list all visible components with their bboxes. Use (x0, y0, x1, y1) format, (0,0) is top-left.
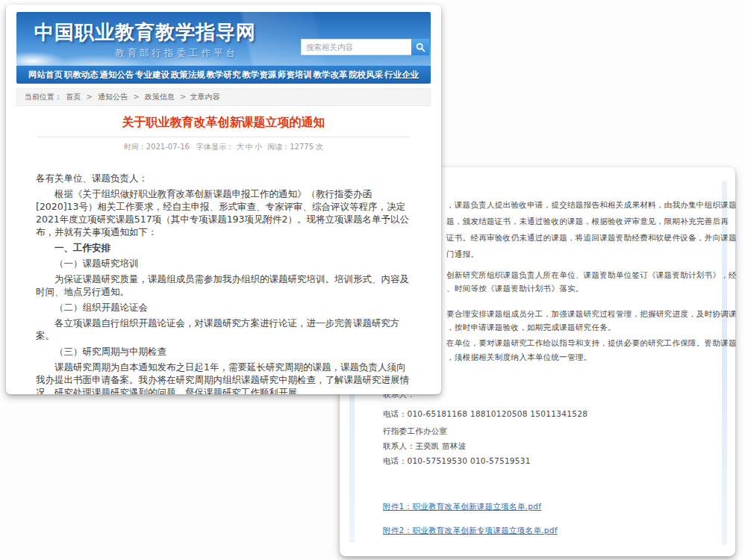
search-input[interactable] (301, 39, 411, 55)
breadcrumb-separator: > (86, 93, 92, 101)
page2-text-fragment: 在单位，要对课题研究工作给以指导和支持，提供必要的研究工作保障。资助课题 (446, 338, 737, 349)
attachment-link-2[interactable]: 附件2：职业教育改革创新专项课题立项名单.pdf (383, 526, 558, 536)
nav-item-training[interactable]: 师资培训 (278, 69, 312, 81)
article-meta: 时间：2021-07-16 字体显示：大中小 阅读：12775 次 (36, 142, 411, 152)
breadcrumb: 当前位置： 首页 > 通知公告 > 政策信息 > 文章内容 (16, 88, 431, 106)
article: 关于职业教育改革创新课题立项的通知 时间：2021-07-16 字体显示：大中小… (16, 115, 431, 394)
site-title: 中国职业教育教学指导网 (34, 19, 256, 46)
page2-text-fragment: ，课题负责人提出验收申请，提交结题报告和相关成果材料，由我办集中组织课题 (446, 200, 737, 211)
page2-text-fragment: ，须根据相关制度纳入本单位统一管理。 (446, 352, 591, 363)
page2-text-fragment: ，按时申请课题验收，如期完成课题研究任务。 (446, 323, 616, 333)
salutation-line: 各有关单位、课题负责人： (36, 172, 411, 184)
breadcrumb-notices[interactable]: 通知公告 (98, 93, 128, 101)
nav-item-schools[interactable]: 院校风采 (349, 69, 383, 81)
search-icon (416, 43, 426, 52)
breadcrumb-separator: > (133, 93, 139, 101)
nav-item-research[interactable]: 教学研究 (206, 69, 240, 81)
search-button[interactable] (411, 39, 429, 55)
meta-font-label: 字体显示： (196, 143, 234, 151)
main-nav: 网站首页 职教动态 通知公告 专业建设 政策法规 教学研究 教学资源 师资培训 … (16, 66, 431, 84)
breadcrumb-label: 当前位置： (25, 93, 62, 101)
attachment-link-1[interactable]: 附件1：职业教育改革创新课题立项名单.pdf (383, 502, 541, 512)
site-banner: 中国职业教育教学指导网 教育部行指委工作平台 (16, 12, 431, 66)
breadcrumb-home[interactable]: 首页 (66, 93, 81, 101)
search-bar (301, 39, 429, 55)
subsection-heading-2: （二）组织开题论证会 (36, 301, 411, 314)
subsection-heading-3: （三）研究周期与中期检查 (36, 345, 411, 358)
nav-item-policy[interactable]: 政策法规 (171, 69, 205, 81)
breadcrumb-current: 文章内容 (190, 93, 219, 101)
page2-text-fragment: 、时间等按《课题资助计划书》落实。 (446, 284, 584, 294)
font-size-large[interactable]: 大 (237, 143, 244, 151)
contact-phone-line: 电话：010-65181168 18810120508 15011341528 (383, 409, 587, 420)
kickoff-paragraph: 各立项课题自行组织开题论证会，对课题研究方案进行论证，进一步完善课题研究方案。 (36, 317, 411, 342)
nav-item-notices[interactable]: 通知公告 (99, 69, 134, 81)
subsection-heading-1: （一）课题研究培训 (36, 257, 411, 270)
font-size-medium[interactable]: 中 (246, 143, 253, 151)
cycle-paragraph: 课题研究周期为自本通知发布之日起1年，需要延长研究周期的课题，课题负责人须向我办… (36, 361, 411, 394)
page2-text-fragment: 要合理安排课题组成员分工，加强课题研究过程管理，把握研究进度，及时协调课 (446, 309, 737, 320)
page2-text-fragment: 门通报。 (446, 249, 479, 260)
nav-item-home[interactable]: 网站首页 (28, 69, 63, 81)
page1-screenshot: 中国职业教育教学指导网 教育部行指委工作平台 网站首页 职教动态 通知公告 专业… (6, 4, 441, 394)
article-title: 关于职业教育改革创新课题立项的通知 (36, 115, 411, 130)
nav-item-resources[interactable]: 教学资源 (242, 69, 276, 81)
meta-read-count: 阅读：12775 次 (267, 143, 323, 151)
nav-item-majors[interactable]: 专业建设 (135, 69, 169, 81)
section-heading-1: 一、工作安排 (36, 241, 411, 254)
nav-item-reform[interactable]: 教学改革 (314, 69, 348, 81)
intro-paragraph: 根据《关于组织做好职业教育改革创新课题申报工作的通知》（教行指委办函[2020]… (36, 187, 411, 238)
nav-item-news[interactable]: 职教动态 (64, 69, 99, 81)
contact-person-line: 联系人：王奕凯 苗林波 (383, 441, 467, 452)
breadcrumb-separator: > (180, 93, 186, 101)
title-divider (37, 137, 410, 137)
nav-item-industry[interactable]: 行业企业 (384, 69, 419, 81)
meta-time: 时间：2021-07-16 (124, 143, 190, 151)
page2-text-fragment: 证书。经再审验收仍未通过的课题，将追回课题资助经费和软硬件设备，并向课题 (446, 233, 737, 243)
contact-office-line: 行指委工作办公室 (383, 426, 447, 437)
contact-phone-line: 电话：010-57519530 010-57519531 (383, 456, 531, 467)
site-subtitle: 教育部行指委工作平台 (115, 47, 238, 60)
font-size-small[interactable]: 小 (255, 143, 262, 151)
page2-text-fragment: 创新研究所组织课题负责人所在单位、课题资助单位签订《课题资助计划书》，经 (446, 270, 737, 281)
page2-text-fragment: 题，颁发结题证书，未通过验收的课题，根据验收评审意见，限期补充完善后再 (446, 217, 729, 227)
training-paragraph: 为保证课题研究质量，课题组成员需参加我办组织的课题研究培训。培训形式、内容及时间… (36, 273, 411, 298)
breadcrumb-policy-info[interactable]: 政策信息 (145, 93, 175, 101)
article-body: 各有关单位、课题负责人： 根据《关于组织做好职业教育改革创新课题申报工作的通知》… (36, 172, 411, 394)
